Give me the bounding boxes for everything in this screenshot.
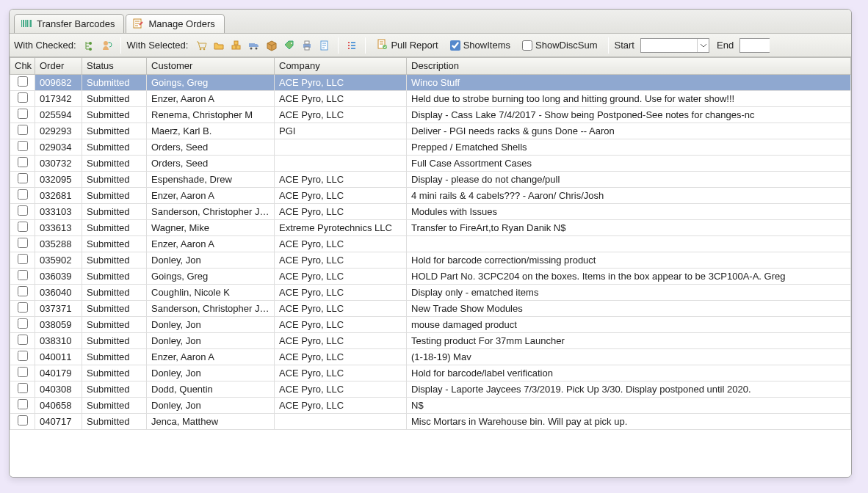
table-row[interactable]: 030732SubmittedOrders, SeedFull Case Ass… (10, 155, 851, 171)
boxes-icon[interactable] (229, 38, 244, 53)
row-checkbox[interactable] (18, 335, 28, 345)
table-row[interactable]: 038310SubmittedDonley, JonACE Pyro, LLCT… (10, 332, 851, 348)
tree-icon[interactable] (82, 38, 97, 53)
table-row[interactable]: 029293SubmittedMaerz, Karl B.PGIDeliver … (10, 123, 851, 139)
row-checkbox-cell[interactable] (10, 316, 35, 332)
tag-icon[interactable] (282, 38, 297, 53)
row-checkbox[interactable] (18, 254, 28, 264)
row-checkbox-cell[interactable] (10, 413, 35, 429)
row-checkbox-cell[interactable] (10, 348, 35, 365)
show-items-label: ShowItems (463, 40, 510, 51)
start-date-field[interactable] (640, 38, 709, 53)
table-row[interactable]: 040308SubmittedDodd, QuentinACE Pyro, LL… (10, 381, 851, 397)
row-checkbox[interactable] (18, 383, 28, 393)
col-header-customer[interactable]: Customer (147, 58, 275, 74)
table-row[interactable]: 038059SubmittedDonley, JonACE Pyro, LLCm… (10, 316, 851, 332)
row-checkbox-cell[interactable] (10, 300, 35, 316)
row-checkbox[interactable] (18, 302, 28, 313)
table-row[interactable]: 035902SubmittedDonley, JonACE Pyro, LLCH… (10, 252, 851, 268)
row-checkbox[interactable] (18, 157, 28, 167)
row-checkbox-cell[interactable] (10, 397, 35, 413)
row-checkbox-cell[interactable] (10, 235, 35, 252)
row-checkbox-cell[interactable] (10, 155, 35, 171)
svg-point-8 (89, 48, 92, 51)
show-disc-sum-checkbox[interactable]: ShowDiscSum (518, 38, 602, 52)
truck-icon[interactable] (247, 38, 261, 53)
row-checkbox[interactable] (18, 141, 28, 151)
row-checkbox[interactable] (18, 367, 28, 377)
cell-company: ACE Pyro, LLC (275, 397, 407, 413)
row-checkbox[interactable] (18, 92, 28, 103)
show-items-checkbox[interactable]: ShowItems (446, 38, 515, 52)
print-icon[interactable] (300, 38, 314, 53)
cart-icon[interactable] (194, 38, 209, 53)
table-row[interactable]: 040011SubmittedEnzer, Aaron AACE Pyro, L… (10, 348, 851, 365)
row-checkbox[interactable] (18, 173, 28, 183)
col-header-description[interactable]: Description (407, 58, 851, 74)
row-checkbox-cell[interactable] (10, 171, 35, 187)
row-checkbox[interactable] (18, 76, 28, 87)
row-checkbox-cell[interactable] (10, 203, 35, 219)
folder-open-icon[interactable] (211, 38, 226, 53)
table-row[interactable]: 009682SubmittedGoings, GregACE Pyro, LLC… (10, 74, 851, 90)
row-checkbox[interactable] (18, 222, 28, 232)
table-row[interactable]: 025594SubmittedRenema, Christopher MACE … (10, 106, 851, 123)
table-row[interactable]: 037371SubmittedSanderson, Christopher Ja… (10, 300, 851, 316)
tab-manage-orders[interactable]: Manage Orders (126, 14, 224, 33)
row-checkbox-cell[interactable] (10, 381, 35, 397)
table-row[interactable]: 032681SubmittedEnzer, Aaron AACE Pyro, L… (10, 187, 851, 203)
row-checkbox[interactable] (18, 189, 28, 200)
row-checkbox[interactable] (18, 318, 28, 329)
user-refresh-icon[interactable] (100, 38, 115, 53)
row-checkbox-cell[interactable] (10, 106, 35, 123)
row-checkbox-cell[interactable] (10, 123, 35, 139)
table-row[interactable]: 036039SubmittedGoings, GregACE Pyro, LLC… (10, 268, 851, 284)
cell-company: ACE Pyro, LLC (275, 316, 407, 332)
dropdown-icon[interactable] (697, 39, 709, 52)
row-checkbox-cell[interactable] (10, 219, 35, 235)
row-checkbox-cell[interactable] (10, 365, 35, 381)
row-checkbox-cell[interactable] (10, 332, 35, 348)
row-checkbox[interactable] (18, 351, 28, 361)
col-header-chk[interactable]: Chk (10, 58, 35, 74)
show-disc-sum-input[interactable] (522, 40, 532, 51)
row-checkbox-cell[interactable] (10, 252, 35, 268)
table-row[interactable]: 033103SubmittedSanderson, Christopher Ja… (10, 203, 851, 219)
end-date-field[interactable] (739, 38, 770, 53)
table-row[interactable]: 040658SubmittedDonley, JonACE Pyro, LLCN… (10, 397, 851, 413)
cell-status: Submitted (82, 284, 147, 300)
row-checkbox[interactable] (18, 286, 28, 296)
table-row[interactable]: 040179SubmittedDonley, JonACE Pyro, LLCH… (10, 365, 851, 381)
document-icon[interactable] (317, 38, 332, 53)
row-checkbox[interactable] (18, 205, 28, 216)
col-header-status[interactable]: Status (82, 58, 147, 74)
list-icon[interactable] (344, 38, 359, 53)
row-checkbox-cell[interactable] (10, 139, 35, 155)
table-row[interactable]: 040717SubmittedJenca, MatthewMisc Mortar… (10, 413, 851, 429)
box-icon[interactable] (264, 38, 279, 53)
table-row[interactable]: 035288SubmittedEnzer, Aaron AACE Pyro, L… (10, 235, 851, 252)
table-row[interactable]: 017342SubmittedEnzer, Aaron AACE Pyro, L… (10, 90, 851, 106)
row-checkbox[interactable] (18, 270, 28, 280)
row-checkbox[interactable] (18, 415, 28, 426)
show-items-input[interactable] (450, 40, 460, 51)
row-checkbox-cell[interactable] (10, 284, 35, 300)
row-checkbox-cell[interactable] (10, 187, 35, 203)
cell-description: 4 mini rails & 4 cabels??? - Aaron/ Chri… (407, 187, 851, 203)
pull-report-button[interactable]: Pull Report (372, 37, 442, 54)
row-checkbox-cell[interactable] (10, 268, 35, 284)
row-checkbox[interactable] (18, 399, 28, 409)
row-checkbox-cell[interactable] (10, 90, 35, 106)
row-checkbox[interactable] (18, 238, 28, 248)
table-row[interactable]: 029034SubmittedOrders, SeedPrepped / Ema… (10, 139, 851, 155)
col-header-company[interactable]: Company (275, 58, 407, 74)
row-checkbox[interactable] (18, 125, 28, 135)
tab-transfer-barcodes[interactable]: Transfer Barcodes (14, 14, 124, 33)
col-header-order[interactable]: Order (35, 58, 82, 74)
row-checkbox-cell[interactable] (10, 74, 35, 90)
table-row[interactable]: 036040SubmittedCoughlin, Nicole KACE Pyr… (10, 284, 851, 300)
table-row[interactable]: 032095SubmittedEspenshade, DrewACE Pyro,… (10, 171, 851, 187)
table-row[interactable]: 033613SubmittedWagner, MikeExtreme Pyrot… (10, 219, 851, 235)
row-checkbox[interactable] (18, 109, 28, 119)
cell-status: Submitted (82, 155, 147, 171)
